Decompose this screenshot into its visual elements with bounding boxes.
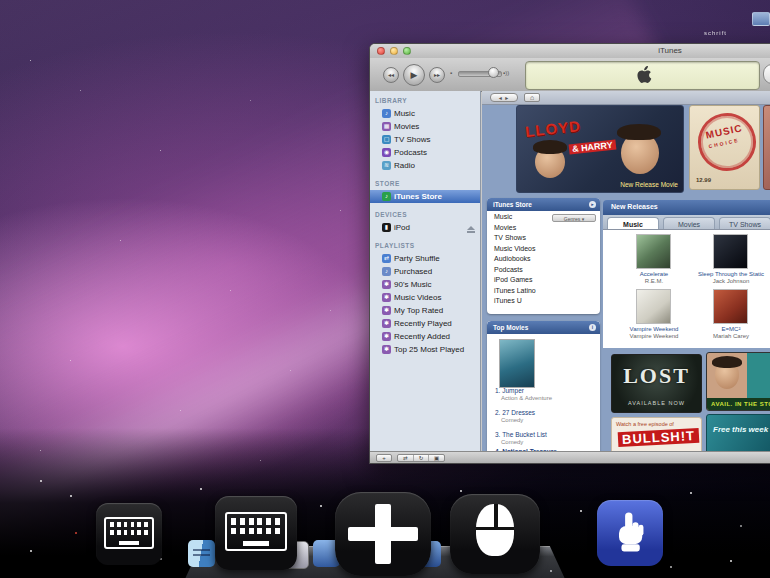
artwork-button[interactable]: ▣ xyxy=(429,455,444,461)
party-shuffle-icon: ⇄ xyxy=(382,254,391,263)
teal-banner[interactable]: Free this week xyxy=(706,414,770,452)
info-icon[interactable]: i xyxy=(589,324,596,331)
album-art[interactable] xyxy=(713,234,748,269)
store-link-ipod-games[interactable]: iPod Games xyxy=(487,275,600,286)
sidebar-item-90s-music[interactable]: ✱90's Music xyxy=(370,278,480,291)
store-link-music-videos[interactable]: Music Videos xyxy=(487,244,600,255)
banner-partial[interactable] xyxy=(763,105,770,190)
sidebar-item-tv-shows[interactable]: ▢TV Shows xyxy=(370,133,480,146)
sidebar-item-recently-played[interactable]: ✱Recently Played xyxy=(370,317,480,330)
star-field xyxy=(40,480,42,482)
sidebar-item-top-25[interactable]: ✱Top 25 Most Played xyxy=(370,343,480,356)
album-art[interactable] xyxy=(636,289,671,324)
next-button[interactable]: ▸▸ xyxy=(429,67,445,83)
album-artist[interactable]: Death Cab for Cutie xyxy=(766,333,770,339)
close-button[interactable] xyxy=(377,47,385,55)
sidebar-item-ipod[interactable]: ▮iPod xyxy=(370,221,480,234)
sidebar-item-purchased[interactable]: ♪Purchased xyxy=(370,265,480,278)
store-link-audiobooks[interactable]: Audiobooks xyxy=(487,254,600,265)
volume-knob[interactable] xyxy=(488,67,499,78)
new-releases-header: New Releases See All ▸ xyxy=(603,200,770,215)
store-link-movies[interactable]: Movies xyxy=(487,223,600,234)
store-back-forward-buttons[interactable]: ◂ ▸ xyxy=(490,93,518,102)
sidebar-item-recently-added[interactable]: ✱Recently Added xyxy=(370,330,480,343)
plus-glyph xyxy=(348,527,417,540)
album-artist[interactable]: Jack Johnson xyxy=(689,278,770,284)
smart-playlist-icon: ✱ xyxy=(382,280,391,289)
hand-glyph xyxy=(610,510,650,554)
tab-music[interactable]: Music xyxy=(607,217,659,229)
sidebar-item-my-top-rated[interactable]: ✱My Top Rated xyxy=(370,304,480,317)
album-title[interactable]: Sleep Through the Static xyxy=(689,271,770,277)
speaker-high-icon: ▪)) xyxy=(503,70,509,76)
store-link-itunes-u[interactable]: iTunes U xyxy=(487,296,600,307)
album-title[interactable]: Vampire Weekend xyxy=(612,326,696,332)
pointer-hand-overlay-icon[interactable] xyxy=(597,500,663,566)
lost-title: LOST xyxy=(612,363,701,389)
album-title[interactable]: E=MC² xyxy=(689,326,770,332)
zoom-button[interactable] xyxy=(403,47,411,55)
store-home-button[interactable]: ⌂ xyxy=(524,93,540,102)
titlebar[interactable]: iTunes xyxy=(370,44,770,59)
minimize-button[interactable] xyxy=(390,47,398,55)
album-art[interactable] xyxy=(713,289,748,324)
banner-portrait-hair xyxy=(712,356,742,368)
album-title[interactable]: Narrow Stairs xyxy=(766,326,770,332)
keyboard-overlay-icon[interactable] xyxy=(215,496,297,570)
album-artist[interactable]: Vampire Weekend xyxy=(612,333,696,339)
mouse-overlay-icon[interactable] xyxy=(450,494,540,574)
album-artist[interactable]: Mariah Carey xyxy=(689,333,770,339)
repeat-button[interactable]: ↻ xyxy=(414,455,430,461)
finder-icon[interactable] xyxy=(188,540,215,567)
itunes-window: iTunes ◂◂ ▶ ▸▸ ▪ ▪)) LIBRARY ♪Music ▦Mov… xyxy=(369,43,770,464)
album-art[interactable] xyxy=(636,234,671,269)
banner-badge: & HARRY xyxy=(569,140,616,155)
smart-playlist-icon: ✱ xyxy=(382,306,391,315)
sidebar-header-store: STORE xyxy=(370,177,480,190)
photo-banner[interactable]: AVAIL. IN THE STORE xyxy=(706,352,770,411)
music-note-icon: ♪ xyxy=(382,109,391,118)
lost-banner[interactable]: LOST AVAILABLE NOW xyxy=(611,354,702,413)
sidebar-item-music-videos[interactable]: ✱Music Videos xyxy=(370,291,480,304)
stamp-price: 12.99 xyxy=(696,177,711,183)
top-movie-1[interactable]: 1. Jumper xyxy=(495,387,524,394)
shuffle-button[interactable]: ⇄ xyxy=(398,455,414,461)
sidebar-header-library: LIBRARY xyxy=(370,94,480,107)
info-icon[interactable]: ▸ xyxy=(589,201,596,208)
keyboard-overlay-icon[interactable] xyxy=(96,503,162,565)
album-title[interactable]: Hard Candy xyxy=(766,271,770,277)
sidebar-item-party-shuffle[interactable]: ⇄Party Shuffle xyxy=(370,252,480,265)
search-input[interactable] xyxy=(763,64,770,84)
store-link-tv-shows[interactable]: TV Shows xyxy=(487,233,600,244)
store-link-podcasts[interactable]: Podcasts xyxy=(487,265,600,276)
sidebar-item-podcasts[interactable]: ◉Podcasts xyxy=(370,146,480,159)
featured-banner[interactable]: LLOYD & HARRY New Release Movie xyxy=(516,105,684,193)
tab-movies[interactable]: Movies xyxy=(663,217,715,229)
album-artist[interactable]: R.E.M. xyxy=(612,278,696,284)
top-movie-3-genre: Comedy xyxy=(501,439,523,445)
desktop-file-icon[interactable] xyxy=(752,12,770,26)
top-movie-1-genre: Action & Adventure xyxy=(501,395,552,401)
plus-overlay-icon[interactable] xyxy=(335,492,431,576)
previous-button[interactable]: ◂◂ xyxy=(383,67,399,83)
sidebar-header-playlists: PLAYLISTS xyxy=(370,239,480,252)
music-stamp-banner[interactable]: MUSIC CHOICE 12.99 xyxy=(689,105,760,190)
sidebar-item-radio[interactable]: ≋Radio xyxy=(370,159,480,172)
eject-icon[interactable] xyxy=(467,226,475,230)
top-movie-2[interactable]: 2. 27 Dresses xyxy=(495,409,535,416)
top-movie-3[interactable]: 3. The Bucket List xyxy=(495,431,547,438)
sidebar-item-music[interactable]: ♪Music xyxy=(370,107,480,120)
album-artist[interactable]: Madonna xyxy=(766,278,770,284)
tab-tv-shows[interactable]: TV Shows xyxy=(719,217,770,229)
photo-banner-strip: AVAIL. IN THE STORE xyxy=(707,398,770,410)
movie-poster-thumbnail[interactable] xyxy=(499,339,535,388)
genre-dropdown[interactable]: Genres ▾ xyxy=(552,214,596,222)
sidebar-item-movies[interactable]: ▦Movies xyxy=(370,120,480,133)
add-playlist-button[interactable]: + xyxy=(376,454,392,462)
bullshit-banner[interactable]: Watch a free episode of BULLSH!T xyxy=(611,417,702,452)
film-icon: ▦ xyxy=(382,122,391,131)
sidebar-item-itunes-store[interactable]: ♪iTunes Store xyxy=(370,190,480,203)
album-title[interactable]: Accelerate xyxy=(612,271,696,277)
store-link-itunes-latino[interactable]: iTunes Latino xyxy=(487,286,600,297)
play-button[interactable]: ▶ xyxy=(403,64,425,86)
